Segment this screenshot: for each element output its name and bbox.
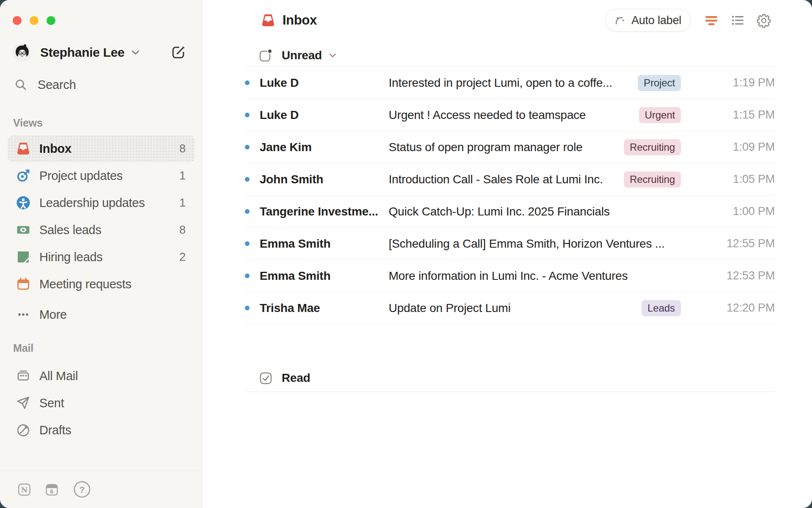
help-button[interactable]: ? [73,480,91,499]
page-title: Inbox [283,13,317,28]
sidebar-item-hiring-leads[interactable]: Hiring leads2 [8,243,195,271]
note-icon [16,250,30,264]
main-header: Inbox Auto label [261,0,771,41]
sidebar-item-inbox[interactable]: Inbox8 [8,135,195,162]
email-row[interactable]: Emma SmithMore information in Lumi Inc. … [245,260,775,292]
chevron-down-icon [328,52,337,59]
email-label-badge: Urgent [639,107,681,123]
unread-dot-icon [245,80,250,85]
email-list: Luke DInterested in project Lumi, open t… [245,66,775,392]
unread-group-header[interactable]: Unread [259,45,337,66]
sidebar-item-meeting-requests[interactable]: Meeting requests [8,271,195,298]
sidebar-item-label: Inbox [39,142,71,156]
list-view-icon[interactable] [730,13,745,28]
settings-gear-icon[interactable] [756,13,771,28]
close-window-button[interactable] [13,16,22,25]
sidebar-item-label: Project updates [39,169,123,183]
main-content: Inbox Auto label Unread Luke DInterested… [202,0,812,508]
unread-dot-icon [245,177,250,182]
email-time: 1:00 PM [688,205,775,218]
views-list: Inbox8Project updates1Leadership updates… [8,135,195,328]
filter-icon[interactable] [704,13,719,28]
auto-label-button[interactable]: Auto label [605,9,691,32]
email-row[interactable]: Luke DUrgent ! Access needed to teamspac… [245,99,775,131]
email-row[interactable]: Emma Smith[Scheduling a Call] Emma Smith… [245,228,775,260]
search-label: Search [38,78,76,92]
read-group-header[interactable]: Read [245,364,775,392]
email-label-badge: Leads [642,300,681,316]
account-name[interactable]: Stephanie Lee [40,45,125,60]
sidebar-item-all-mail[interactable]: All Mail [8,362,195,389]
email-subject: Update on Project Lumi [389,301,633,315]
unread-dot-icon [245,209,250,214]
email-sender: Trisha Mae [260,301,389,315]
sidebar-footer: N 6 ? [0,470,202,508]
sidebar-item-project-updates[interactable]: Project updates1 [8,162,195,189]
avatar [13,44,31,62]
allmail-icon [16,369,30,383]
sidebar-item-count: 2 [179,251,186,264]
email-time: 12:53 PM [688,269,775,282]
minimize-window-button[interactable] [30,16,38,25]
sidebar-item-count: 8 [179,224,186,237]
inbox-icon [261,13,275,28]
email-time: 12:55 PM [688,237,775,250]
email-subject: Interested in project Lumi, open to a co… [389,76,629,90]
window-controls [13,16,55,25]
email-label-badge: Recruiting [624,171,681,188]
email-sender: Jane Kim [260,141,389,154]
sidebar-item-count: 1 [179,169,186,182]
email-sender: Luke D [260,108,389,122]
calendar-badge-icon[interactable]: 6 [45,483,58,496]
unread-checkbox-icon [259,49,273,63]
sidebar-item-drafts[interactable]: Drafts [8,417,195,444]
auto-label-text: Auto label [631,14,681,27]
mail-section-header: Mail [0,342,202,354]
mail-list: All MailSentDrafts [8,362,195,444]
email-row[interactable]: Tangerine Investme...Quick Catch-Up: Lum… [245,196,775,228]
sidebar-item-count: 1 [179,196,186,210]
unread-dot-icon [245,241,250,246]
unread-dot-icon [245,273,250,278]
email-time: 1:15 PM [688,108,775,121]
email-sender: John Smith [260,173,389,186]
unread-label: Unread [282,49,322,62]
sidebar-item-more[interactable]: More [8,301,195,328]
sidebar-item-leadership-updates[interactable]: Leadership updates1 [8,189,195,216]
sidebar-item-label: Drafts [39,423,71,437]
notion-logo-icon[interactable]: N [18,483,31,496]
target-icon [16,168,30,183]
email-subject: Status of open program manager role [389,141,615,154]
email-row[interactable]: John SmithIntroduction Call - Sales Role… [245,163,775,196]
compose-button[interactable] [170,44,187,61]
mail-app-window: Stephanie Lee Search Views Inbox8Project… [0,0,812,508]
calendar-icon [16,277,30,291]
email-sender: Luke D [260,76,389,90]
zoom-window-button[interactable] [47,16,55,25]
email-label-badge: Project [638,75,681,91]
email-time: 12:20 PM [688,301,775,315]
unread-dot-icon [245,113,250,117]
search-button[interactable]: Search [14,75,76,94]
sidebar: Stephanie Lee Search Views Inbox8Project… [0,0,202,508]
email-row[interactable]: Jane KimStatus of open program manager r… [245,131,775,163]
chevron-down-icon[interactable] [131,48,140,57]
banknote-icon [16,223,30,237]
unread-dot-icon [245,306,250,310]
email-sender: Tangerine Investme... [260,205,389,218]
svg-text:6: 6 [50,488,54,494]
inbox-icon [16,141,30,156]
email-subject: Quick Catch-Up: Lumi Inc. 2025 Financial… [389,205,688,218]
person-icon [16,196,30,210]
sidebar-item-label: Leadership updates [39,196,145,210]
email-time: 1:05 PM [688,173,775,186]
svg-text:?: ? [80,485,85,494]
email-label-badge: Recruiting [624,139,681,155]
email-row[interactable]: Trisha MaeUpdate on Project LumiLeads12:… [245,292,775,324]
sidebar-item-label: Meeting requests [39,277,132,291]
unread-dot-icon [245,145,250,149]
email-subject: Urgent ! Access needed to teamspace [389,108,631,122]
sidebar-item-sales-leads[interactable]: Sales leads8 [8,216,195,243]
email-row[interactable]: Luke DInterested in project Lumi, open t… [245,67,775,99]
sidebar-item-sent[interactable]: Sent [8,389,195,417]
